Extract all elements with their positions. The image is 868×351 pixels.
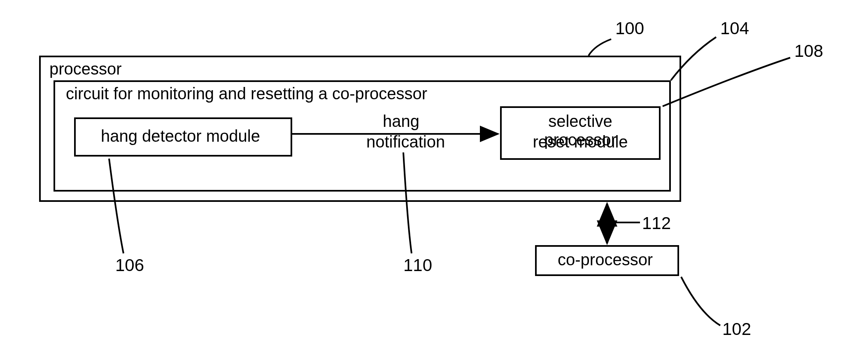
ref-102: 102	[722, 319, 751, 339]
processor-label: processor	[49, 60, 122, 78]
ref-106: 106	[115, 255, 144, 275]
ref-110: 110	[403, 255, 432, 275]
coprocessor-label: co-processor	[558, 250, 653, 269]
hang-notification-line2: notification	[366, 133, 445, 151]
diagram-canvas: processor circuit for monitoring and res…	[0, 0, 868, 351]
circuit-label: circuit for monitoring and resetting a c…	[66, 84, 427, 103]
ref-100: 100	[615, 19, 644, 38]
reset-module-line2: reset module	[510, 133, 650, 151]
ref-104: 104	[720, 19, 749, 38]
hang-detector-label: hang detector module	[101, 127, 260, 145]
hang-notification-line1: hang	[383, 112, 419, 131]
ref-108: 108	[794, 41, 823, 61]
ref-112: 112	[642, 213, 671, 233]
